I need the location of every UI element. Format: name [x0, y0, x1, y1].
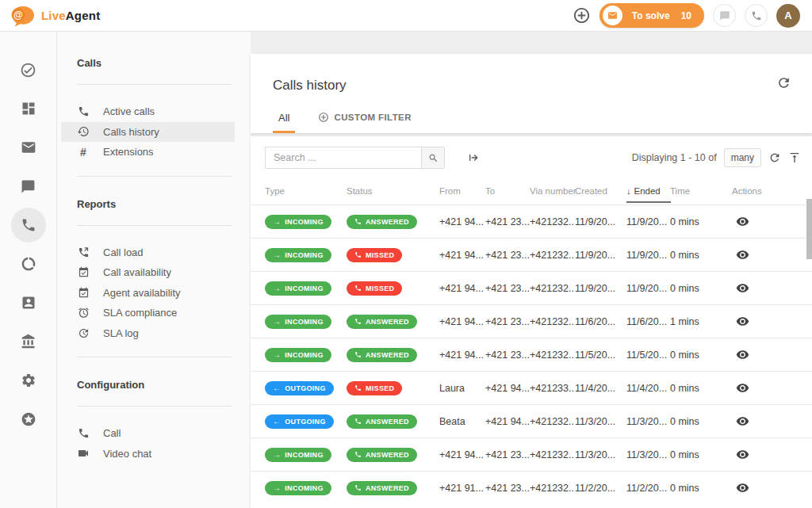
- status-badge: ANSWERED: [347, 215, 417, 229]
- table-row[interactable]: →INCOMING ANSWERED +421 94... +421 23...…: [251, 437, 812, 471]
- view-call-button[interactable]: [736, 281, 749, 295]
- add-button[interactable]: [573, 6, 591, 25]
- table-body: →INCOMING ANSWERED +421 94... +421 23...…: [251, 204, 812, 504]
- view-call-button[interactable]: [736, 481, 749, 495]
- view-call-button[interactable]: [736, 315, 749, 328]
- via-number-cell: +421232...: [530, 283, 575, 294]
- search-box: [265, 147, 445, 169]
- tab-all[interactable]: All: [273, 112, 295, 133]
- nav-settings[interactable]: [11, 363, 46, 398]
- column-header-to[interactable]: To: [485, 186, 530, 196]
- nav-chat[interactable]: [11, 169, 46, 204]
- nav-tickets[interactable]: [11, 52, 46, 87]
- status-badge: ANSWERED: [347, 414, 417, 429]
- created-cell: 11/9/20...: [575, 283, 626, 294]
- from-cell: +421 94...: [439, 250, 485, 261]
- ended-cell: 11/9/20...: [626, 216, 670, 227]
- view-call-button[interactable]: [736, 348, 749, 361]
- expand-filters-button[interactable]: [468, 151, 481, 164]
- avatar[interactable]: A: [776, 4, 800, 28]
- sort-descending-icon: ↓: [626, 186, 631, 196]
- search-input[interactable]: [265, 147, 421, 169]
- refresh-table-button[interactable]: [768, 151, 781, 164]
- sidebar-section-reports: Reports: [77, 198, 232, 210]
- sidebar-item-calls-history[interactable]: Calls history: [61, 122, 235, 143]
- from-cell: +421 94...: [439, 349, 485, 361]
- nav-calls[interactable]: [11, 208, 46, 243]
- nav-mail[interactable]: [11, 130, 46, 165]
- sidebar-item-sla-log[interactable]: SLA log: [58, 323, 232, 344]
- table-row[interactable]: →INCOMING MISSED +421 94... +421 23... +…: [251, 238, 812, 271]
- row-count-chip[interactable]: many: [724, 148, 761, 167]
- settings-icon: [21, 372, 36, 388]
- sidebar-item-label: Call load: [103, 246, 144, 258]
- chats-button[interactable]: [713, 4, 736, 27]
- sidebar-item-call-config[interactable]: Call: [58, 423, 232, 444]
- nav-getting-started[interactable]: [11, 402, 46, 437]
- eye-icon: [736, 448, 749, 461]
- scrollbar-thumb[interactable]: [806, 199, 812, 259]
- view-call-button[interactable]: [736, 448, 749, 461]
- sidebar: Calls Active calls Calls history # Exten…: [58, 32, 251, 508]
- table-row[interactable]: →INCOMING ANSWERED +421 94... +421 23...…: [251, 304, 812, 338]
- table-row[interactable]: →INCOMING ANSWERED +421 94... +421 23...…: [251, 204, 812, 238]
- scroll-to-top-button[interactable]: [788, 151, 801, 164]
- view-call-button[interactable]: [736, 215, 749, 228]
- column-header-via-number[interactable]: Via number: [530, 186, 575, 196]
- nav-contacts[interactable]: [11, 285, 46, 320]
- type-badge: →INCOMING: [265, 215, 331, 229]
- sidebar-item-video-chat[interactable]: Video chat: [58, 444, 232, 464]
- search-button[interactable]: [421, 147, 445, 169]
- table-row[interactable]: →INCOMING ANSWERED +421 91... +421 23...…: [251, 471, 812, 504]
- to-cell: +421 23...: [485, 316, 530, 327]
- page-header-card: Calls history All CUSTOM FILTER: [251, 54, 812, 133]
- direction-arrow-icon: ←: [273, 384, 281, 392]
- ended-cell: 11/5/20...: [626, 349, 670, 361]
- sidebar-item-sla-compliance[interactable]: SLA compliance: [58, 303, 232, 323]
- column-header-status[interactable]: Status: [347, 186, 439, 196]
- column-header-from[interactable]: From: [439, 186, 485, 196]
- alarm-icon: [77, 307, 90, 319]
- sidebar-item-call-availability[interactable]: Call availability: [58, 262, 232, 283]
- direction-arrow-icon: →: [273, 451, 281, 459]
- calls-button[interactable]: [745, 4, 768, 27]
- eye-icon: [736, 281, 749, 295]
- from-cell: +421 94...: [439, 216, 485, 227]
- view-call-button[interactable]: [736, 381, 749, 395]
- type-badge: ←OUTGOING: [265, 381, 334, 395]
- nav-social[interactable]: [11, 246, 46, 281]
- refresh-page-button[interactable]: [776, 75, 791, 90]
- view-call-button[interactable]: [736, 414, 749, 428]
- to-cell: +421 23...: [485, 449, 530, 460]
- table-row[interactable]: ←OUTGOING ANSWERED Beata +421 94... +421…: [251, 404, 812, 437]
- sidebar-item-label: Agent availability: [103, 287, 181, 299]
- phone-icon: [21, 217, 36, 233]
- via-number-cell: +421232...: [530, 216, 575, 227]
- nav-dashboard[interactable]: [11, 91, 46, 126]
- table-row[interactable]: →INCOMING MISSED +421 94... +421 23... +…: [251, 271, 812, 304]
- table-row[interactable]: ←OUTGOING MISSED Laura +421 94... +42123…: [251, 371, 812, 404]
- sidebar-item-agent-availability[interactable]: Agent availability: [58, 283, 232, 304]
- time-cell: 0 mins: [670, 216, 732, 227]
- to-solve-button[interactable]: To solve 10: [599, 3, 704, 28]
- sidebar-item-active-calls[interactable]: Active calls: [58, 101, 232, 122]
- tab-custom-filter[interactable]: CUSTOM FILTER: [312, 112, 416, 133]
- table-row[interactable]: →INCOMING ANSWERED +421 94... +421 23...…: [251, 338, 812, 371]
- ended-cell: 11/6/20...: [626, 316, 670, 327]
- view-call-button[interactable]: [736, 248, 749, 262]
- direction-arrow-icon: →: [273, 285, 281, 292]
- column-header-time[interactable]: Time: [670, 186, 732, 196]
- sidebar-item-call-load[interactable]: Call load: [58, 243, 232, 263]
- time-cell: 0 mins: [670, 349, 732, 361]
- column-header-type[interactable]: Type: [265, 186, 347, 196]
- update-clock-icon: [77, 327, 90, 339]
- sidebar-item-extensions[interactable]: # Extensions: [58, 142, 232, 162]
- bank-icon: [21, 334, 36, 349]
- created-cell: 11/9/20...: [575, 250, 626, 261]
- nav-academy[interactable]: [11, 324, 46, 359]
- sidebar-item-label: Video chat: [103, 448, 151, 460]
- avatar-letter: A: [784, 10, 791, 21]
- column-header-ended[interactable]: ↓Ended: [626, 179, 670, 203]
- to-cell: +421 94...: [485, 416, 530, 427]
- column-header-created[interactable]: Created: [575, 186, 626, 196]
